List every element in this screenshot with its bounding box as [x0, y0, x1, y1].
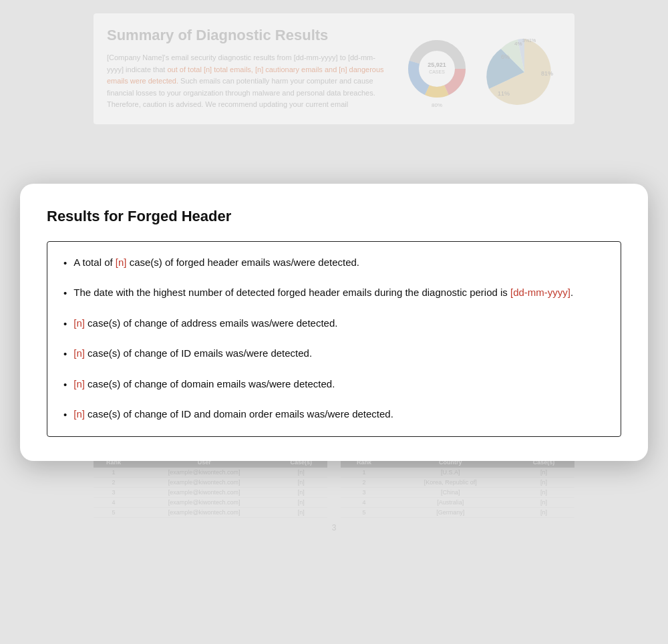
results-box: • A total of [n] case(s) of forged heade… [47, 241, 621, 437]
placeholder-date: [dd-mm-yyyy] [510, 287, 570, 298]
table-row: 5[example@kiwontech.com][n] [94, 507, 327, 517]
result-text-4: [n] case(s) of change of ID emails was/w… [73, 346, 312, 361]
bullet-6: • [63, 408, 67, 423]
result-text-6: [n] case(s) of change of ID and domain o… [73, 407, 393, 422]
placeholder-n-3: [n] [73, 317, 85, 329]
modal-title: Results for Forged Header [47, 208, 621, 225]
table-row: 1[U.S.A][n] [341, 468, 574, 478]
svg-text:25,921: 25,921 [428, 61, 446, 68]
bullet-3: • [63, 317, 67, 332]
placeholder-n-5: [n] [73, 378, 85, 389]
result-item-1: • A total of [n] case(s) of forged heade… [63, 255, 605, 271]
bg-body-text: [Company Name]'s email security diagnost… [107, 52, 390, 111]
svg-text:3%1%: 3%1% [522, 38, 536, 43]
table-row: 2[Korea, Republic of][n] [341, 477, 574, 487]
bg-highlight-text: out of total [n] total emails, [n] cauti… [107, 65, 384, 86]
table-row: 2[example@kiwontech.com][n] [94, 477, 327, 487]
bg-summary-title: Summary of Diagnostic Results [107, 27, 390, 44]
result-item-5: • [n] case(s) of change of domain emails… [63, 377, 605, 393]
svg-text:11%: 11% [498, 90, 510, 97]
result-text-3: [n] case(s) of change of address emails … [73, 316, 337, 331]
result-item-3: • [n] case(s) of change of address email… [63, 316, 605, 332]
modal-card: Results for Forged Header • A total of [… [20, 184, 648, 461]
bullet-4: • [63, 347, 67, 362]
page-number: 3 [94, 523, 574, 532]
svg-text:4%: 4% [514, 41, 522, 47]
table-row: 3[example@kiwontech.com][n] [94, 487, 327, 497]
bg-top-section: Summary of Diagnostic Results [Company N… [94, 13, 574, 124]
table-row: 1[example@kiwontech.com][n] [94, 468, 327, 478]
result-text-1: A total of [n] case(s) of forged header … [73, 255, 359, 271]
bg-table2: Rank Country Case(s) 1[U.S.A][n] 2[Korea… [341, 457, 574, 518]
table-row: 4[Australia][n] [341, 497, 574, 507]
placeholder-n-4: [n] [73, 347, 85, 359]
bullet-1: • [63, 256, 67, 271]
result-text-2: The date with the highest number of dete… [73, 285, 573, 301]
donut-chart: 25,921 CASES 80% [403, 35, 470, 102]
placeholder-n-6: [n] [73, 408, 85, 420]
placeholder-n-1: [n] [116, 257, 127, 268]
svg-text:CASES: CASES [429, 69, 445, 74]
bg-table1: Rank User Case(s) 1[example@kiwontech.co… [94, 457, 327, 518]
bullet-5: • [63, 377, 67, 393]
svg-text:6%: 6% [501, 53, 510, 60]
table-row: 3[China][n] [341, 487, 574, 497]
bg-charts: 25,921 CASES 80% 81% 11% [403, 27, 561, 111]
result-text-5: [n] case(s) of change of domain emails w… [73, 377, 335, 392]
pie-chart: 81% 11% 6% 4% 3%1% [481, 35, 561, 102]
result-item-2: • The date with the highest number of de… [63, 285, 605, 301]
bg-text-block: Summary of Diagnostic Results [Company N… [107, 27, 390, 111]
result-item-4: • [n] case(s) of change of ID emails was… [63, 346, 605, 362]
result-item-6: • [n] case(s) of change of ID and domain… [63, 407, 605, 423]
table-row: 5[Germany][n] [341, 507, 574, 517]
svg-text:81%: 81% [541, 70, 553, 77]
table-row: 4[example@kiwontech.com][n] [94, 497, 327, 507]
bullet-2: • [63, 286, 67, 301]
